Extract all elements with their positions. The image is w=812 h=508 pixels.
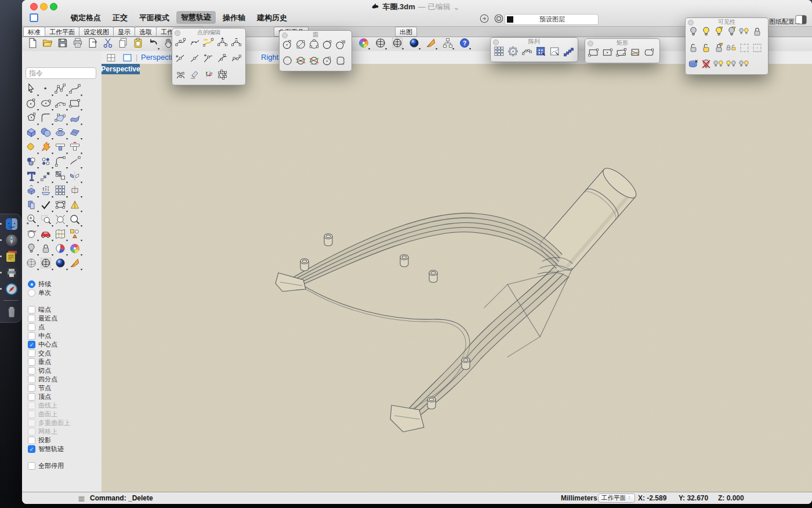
color-wheel-button[interactable]: ▾ xyxy=(67,242,82,257)
curve-handle-button[interactable] xyxy=(215,52,229,67)
rect-corner-button[interactable] xyxy=(586,46,600,61)
circle-deformable-button[interactable] xyxy=(334,55,347,69)
shaded-view-button[interactable]: ▾ xyxy=(24,257,38,271)
viewport-name-right[interactable]: Right xyxy=(261,53,278,62)
ghost-objects-button[interactable] xyxy=(738,42,751,56)
unlock-selected-button[interactable] xyxy=(699,42,712,56)
extend-curve-button[interactable]: ▾ xyxy=(67,155,82,170)
menubar-item[interactable]: 智慧轨迹 xyxy=(176,11,216,24)
move-point-button[interactable] xyxy=(187,52,201,67)
osnap-disable-all[interactable]: 全部停用 xyxy=(28,462,100,470)
array-rect-button[interactable] xyxy=(492,45,506,60)
floating-palette[interactable]: 点的编辑 xyxy=(172,28,246,85)
toolbar-tab[interactable]: 选取 xyxy=(135,27,157,37)
osnap-checkbox-option[interactable]: 多重曲面上 xyxy=(28,419,100,427)
rect-rounded-button[interactable] xyxy=(642,46,656,61)
rect-3pt-button[interactable] xyxy=(614,46,628,61)
copy-button[interactable] xyxy=(117,37,129,51)
lock-button[interactable] xyxy=(751,26,763,40)
palette-close-button[interactable] xyxy=(493,39,499,45)
ghost-grid-button[interactable] xyxy=(751,42,763,56)
display-flag-button[interactable]: ▾ xyxy=(67,257,82,271)
extrude-surface-button[interactable]: ▾ xyxy=(38,184,53,199)
rect-center-button[interactable] xyxy=(600,46,614,61)
surface-curved-button[interactable]: ▾ xyxy=(67,111,82,126)
zoom-extents-button[interactable]: ▾ xyxy=(53,213,67,228)
dock-item-finder[interactable] xyxy=(5,217,19,231)
undo-button[interactable]: ▾ xyxy=(147,37,159,51)
osnap-checkbox-option[interactable]: 四分点 xyxy=(28,375,100,384)
unhide-all-button[interactable] xyxy=(699,58,712,73)
show-pair-a-button[interactable] xyxy=(712,58,725,73)
show-pair-b-button[interactable] xyxy=(725,58,738,73)
boolean-circles-button[interactable]: ▾ xyxy=(24,155,38,170)
analyze-pie-button[interactable]: ▾ xyxy=(53,242,67,257)
save-file-button[interactable] xyxy=(56,37,68,51)
surface-patch-button[interactable]: ▾ xyxy=(67,126,82,140)
rect-vertical-button[interactable] xyxy=(628,46,642,61)
named-view-button[interactable]: ▾ xyxy=(38,228,53,242)
toolbar-tab[interactable]: 工作平面 xyxy=(45,27,79,37)
osnap-checkbox-option[interactable]: 交点 xyxy=(28,349,100,358)
circle-plain-button[interactable] xyxy=(281,55,294,69)
lock-swap-pair-button[interactable] xyxy=(725,42,738,56)
circle-3pt-button[interactable] xyxy=(307,38,321,53)
gridded-view-button[interactable]: ▾ xyxy=(38,257,53,271)
array-polar-button[interactable] xyxy=(506,45,520,60)
block-button[interactable]: ▾ xyxy=(53,170,67,184)
remove-control-point-button[interactable] xyxy=(229,36,243,51)
select-check-button[interactable]: ▾ xyxy=(38,199,53,213)
help-button[interactable]: ?▾ xyxy=(458,37,470,51)
rotate-view-button[interactable]: ▾ xyxy=(24,228,38,242)
circle-diameter-button[interactable] xyxy=(294,38,307,53)
lock-selected-button[interactable] xyxy=(712,42,725,56)
isolate-objects-button[interactable] xyxy=(687,58,699,73)
array-surface-button[interactable] xyxy=(534,45,548,60)
osnap-checkbox-option[interactable]: 节点 xyxy=(28,384,100,392)
viewport-canvas[interactable]: Perspective xyxy=(102,64,812,492)
insert-point-button[interactable] xyxy=(201,52,215,67)
osnap-checkbox-option[interactable]: 网格上 xyxy=(28,427,100,436)
toolbar-tab[interactable]: 标准 xyxy=(23,27,45,37)
osnap-checkbox-option[interactable]: ✓中心点 xyxy=(28,340,100,349)
palette-close-button[interactable] xyxy=(282,33,288,38)
active-viewport-tab[interactable]: Perspective xyxy=(102,64,140,74)
wireframe-view-button[interactable]: ▾ xyxy=(374,37,386,51)
hide-bulb-button[interactable]: ▾ xyxy=(24,242,38,257)
target-display-button[interactable] xyxy=(494,13,504,24)
show-swap-pair-button[interactable] xyxy=(738,26,751,40)
show-selected-bulb-button[interactable] xyxy=(712,26,725,40)
edit-points-button[interactable] xyxy=(229,52,243,67)
cage-button[interactable]: ▾ xyxy=(53,199,67,213)
arc-button[interactable]: ▾ xyxy=(53,97,67,111)
text-button[interactable]: ▾ xyxy=(24,170,38,184)
center-mark-button[interactable]: ▾ xyxy=(67,184,82,199)
zoom-window-button[interactable] xyxy=(50,3,57,10)
curve-button[interactable]: ▾ xyxy=(67,82,82,97)
cplane-selector[interactable]: 工作平面 xyxy=(598,493,635,503)
ellipse-button[interactable]: ▾ xyxy=(38,97,53,111)
menubar-item[interactable]: 锁定格点 xyxy=(71,13,101,23)
solid-spheres-button[interactable]: ▾ xyxy=(38,126,53,140)
minimize-window-button[interactable] xyxy=(40,3,48,10)
dock-item-safari[interactable] xyxy=(5,282,19,296)
four-viewports-icon[interactable] xyxy=(106,53,116,62)
rendered-view-button[interactable]: ▾ xyxy=(53,257,67,271)
solid-torus-button[interactable]: ▾ xyxy=(53,126,67,140)
preset-layers-field[interactable]: 预设图层 xyxy=(505,14,599,25)
toolbar-tab[interactable]: 显示 xyxy=(113,27,135,37)
show-pair-c-button[interactable] xyxy=(738,58,751,73)
handlebar-editor-button[interactable] xyxy=(173,69,187,83)
menubar-item[interactable]: 操作轴 xyxy=(223,13,245,23)
menubar-item[interactable]: 建构历史 xyxy=(257,13,287,23)
join-puzzle-button[interactable]: ▾ xyxy=(24,140,38,155)
color-wheel-button[interactable]: ▾ xyxy=(357,37,369,51)
pyramid-button[interactable]: ▾ xyxy=(67,199,82,213)
extrude-solid-button[interactable]: ▾ xyxy=(24,184,38,199)
eraser-button[interactable] xyxy=(187,69,201,83)
share-button[interactable] xyxy=(479,13,490,24)
units-label[interactable]: Millimeters xyxy=(561,494,597,502)
circle-center-button[interactable]: ▾ xyxy=(24,97,38,111)
circle-tangent-3-button[interactable] xyxy=(307,55,321,69)
copy-objects-button[interactable]: ▾ xyxy=(24,199,38,213)
